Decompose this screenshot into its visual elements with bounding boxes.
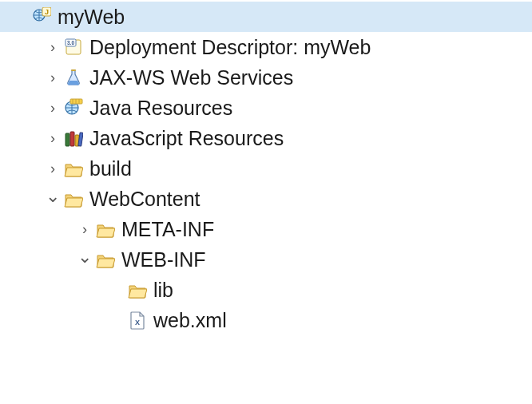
chevron-right-icon[interactable]: ›	[45, 153, 61, 184]
chevron-right-icon[interactable]: ›	[77, 214, 93, 244]
tree-item[interactable]: ›Java Resources	[0, 93, 532, 123]
folder-icon	[62, 157, 85, 180]
tree-item-label: web.xml	[153, 309, 232, 332]
tree-item[interactable]: ›lib	[0, 275, 532, 305]
chevron-down-icon[interactable]: ⌄	[45, 181, 61, 212]
folder-icon	[126, 279, 149, 301]
tree-item[interactable]: ›myWeb	[0, 2, 532, 32]
webservice-icon	[62, 66, 85, 89]
tree-item-label: META-INF	[121, 218, 219, 241]
tree-item[interactable]: ›JAX-WS Web Services	[0, 62, 532, 93]
folder-icon	[94, 248, 117, 271]
folder-icon	[94, 218, 117, 240]
tree-item[interactable]: ⌄WEB-INF	[0, 244, 532, 275]
chevron-right-icon[interactable]: ›	[45, 32, 61, 62]
tree-item-label: Java Resources	[89, 97, 237, 120]
tree-item[interactable]: ›build	[0, 153, 532, 184]
tree-item-label: Deployment Descriptor: myWeb	[89, 36, 375, 59]
tree-item-label: lib	[153, 279, 178, 302]
descriptor-icon	[62, 36, 85, 58]
tree-item-label: JavaScript Resources	[89, 127, 288, 150]
tree-item-label: build	[89, 157, 137, 180]
tree-item-label: WEB-INF	[121, 248, 211, 271]
tree-item[interactable]: ›JavaScript Resources	[0, 123, 532, 153]
tree-item[interactable]: ›web.xml	[0, 305, 532, 335]
tree-item-label: WebContent	[89, 188, 205, 211]
tree-item[interactable]: ›META-INF	[0, 214, 532, 244]
folder-icon	[62, 188, 85, 210]
chevron-right-icon[interactable]: ›	[45, 62, 61, 93]
xml-file-icon	[126, 309, 149, 331]
web-project-icon	[30, 6, 53, 28]
java-resources-icon	[62, 97, 85, 119]
js-resources-icon	[62, 127, 85, 149]
chevron-right-icon[interactable]: ›	[45, 93, 61, 123]
chevron-down-icon[interactable]: ⌄	[77, 242, 93, 272]
tree-item[interactable]: ›Deployment Descriptor: myWeb	[0, 32, 532, 62]
tree-item-label: myWeb	[58, 6, 129, 29]
tree-item-label: JAX-WS Web Services	[89, 66, 298, 89]
tree-item[interactable]: ⌄WebContent	[0, 184, 532, 214]
project-explorer-tree[interactable]: ›myWeb›Deployment Descriptor: myWeb›JAX-…	[0, 0, 532, 335]
chevron-right-icon[interactable]: ›	[45, 123, 61, 153]
